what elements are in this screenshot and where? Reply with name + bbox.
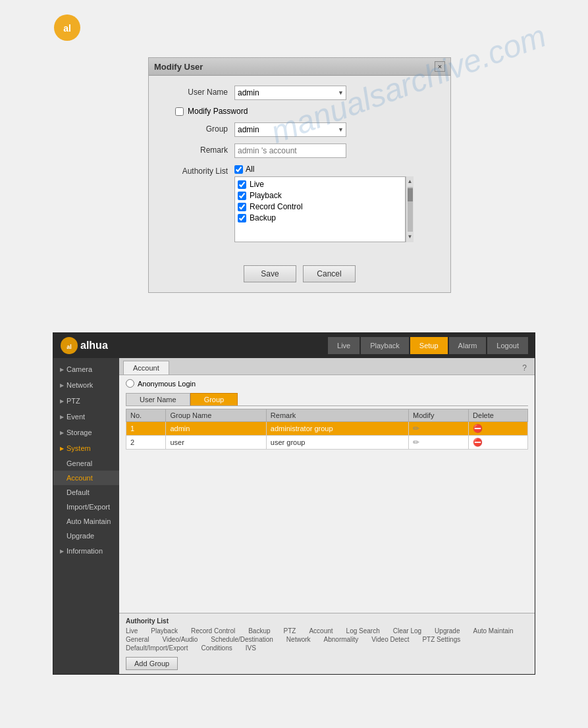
anon-login-label: Anonymous Login — [138, 380, 196, 388]
sidebar-subitem-importexport[interactable]: Import/Export — [53, 500, 119, 514]
delete-icon[interactable]: ⛔ — [473, 438, 483, 447]
sidebar-item-system[interactable]: System — [53, 440, 119, 456]
authority-control: All Live Playback — [234, 165, 437, 242]
auth-video-audio: Video/Audio — [163, 636, 198, 643]
sidebar-item-information[interactable]: Information — [53, 543, 119, 559]
group-select-wrapper[interactable]: admin — [234, 122, 346, 137]
authority-all: All — [234, 165, 437, 174]
authority-playback-checkbox[interactable] — [238, 192, 246, 200]
sidebar-item-event[interactable]: Event — [53, 409, 119, 425]
app-logo-icon: al — [60, 336, 78, 355]
sidebar-item-camera[interactable]: Camera — [53, 361, 119, 377]
app-main: Camera Network PTZ Event Storage System … — [53, 358, 535, 674]
nav-playback-button[interactable]: Playback — [361, 337, 409, 354]
cell-delete[interactable]: ⛔ — [469, 422, 528, 436]
auth-log-search: Log Search — [346, 627, 380, 635]
remark-input[interactable] — [234, 143, 346, 158]
edit-icon[interactable]: ✏ — [413, 438, 419, 447]
bottom-section: al alhua Live Playback Setup Alarm Logou… — [53, 332, 535, 675]
remark-row: Remark — [162, 143, 437, 158]
auth-upgrade: Upgrade — [435, 627, 460, 635]
save-button[interactable]: Save — [244, 265, 296, 282]
group-tab[interactable]: Group — [190, 393, 238, 405]
authority-backup-label: Backup — [250, 213, 276, 222]
anon-login-radio[interactable] — [126, 379, 134, 388]
sidebar-item-storage[interactable]: Storage — [53, 425, 119, 440]
username-select-wrapper[interactable]: admin — [234, 86, 346, 100]
group-label: Group — [162, 122, 234, 134]
cell-modify[interactable]: ✏ — [409, 436, 469, 450]
authority-item-live: Live — [238, 180, 402, 189]
authority-all-label: All — [246, 165, 254, 174]
authority-section-title: Authority List — [126, 617, 528, 625]
authority-backup-checkbox[interactable] — [238, 214, 246, 222]
auth-auto-maintain: Auto Maintain — [473, 627, 513, 635]
nav-logout-button[interactable]: Logout — [487, 337, 528, 354]
authority-live-checkbox[interactable] — [238, 180, 246, 189]
add-group-button[interactable]: Add Group — [126, 657, 178, 670]
group-table: No. Group Name Remark Modify Delete 1 ad… — [126, 409, 528, 450]
app-topbar: al alhua Live Playback Setup Alarm Logou… — [53, 333, 535, 358]
sidebar-subitem-automaintain[interactable]: Auto Maintain — [53, 514, 119, 529]
auth-video-detect: Video Detect — [371, 636, 409, 643]
modify-password-row: Modify Password — [162, 107, 437, 116]
nav-alarm-button[interactable]: Alarm — [449, 337, 487, 354]
dialog-title: Modify User — [154, 62, 203, 72]
username-label: User Name — [162, 86, 234, 97]
edit-icon[interactable]: ✏ — [413, 424, 419, 433]
sidebar-item-ptz[interactable]: PTZ — [53, 393, 119, 409]
nav-setup-button[interactable]: Setup — [410, 337, 448, 354]
group-select[interactable]: admin — [234, 122, 346, 137]
cell-name: user — [166, 436, 266, 450]
table-row: 2 user user group ✏ ⛔ — [126, 436, 528, 450]
modify-password-checkbox[interactable] — [175, 107, 184, 116]
nav-live-button[interactable]: Live — [328, 337, 360, 354]
authority-record-checkbox[interactable] — [238, 203, 246, 211]
auth-account: Account — [309, 627, 333, 635]
app-logo: al alhua — [60, 336, 108, 355]
content-header: Account ? — [119, 358, 535, 375]
top-section: al Modify User × User Name admin — [0, 0, 588, 313]
scroll-up-arrow[interactable]: ▲ — [408, 178, 413, 186]
col-group-name: Group Name — [166, 409, 266, 422]
help-icon[interactable]: ? — [518, 362, 531, 374]
cell-no: 2 — [126, 436, 166, 450]
col-modify: Modify — [409, 409, 469, 422]
content-tabs: Account — [123, 361, 169, 375]
username-select[interactable]: admin — [234, 86, 346, 100]
authority-all-checkbox[interactable] — [234, 165, 243, 174]
cell-delete[interactable]: ⛔ — [469, 436, 528, 450]
cell-modify[interactable]: ✏ — [409, 422, 469, 436]
content-body: Anonymous Login User Name Group No. Grou… — [119, 375, 535, 613]
authority-list-box[interactable]: Live Playback Record Control — [234, 176, 406, 242]
sidebar-subitem-account[interactable]: Account — [53, 471, 119, 485]
col-remark: Remark — [266, 409, 408, 422]
scroll-down-arrow[interactable]: ▼ — [408, 233, 413, 241]
sidebar-subitem-default[interactable]: Default — [53, 485, 119, 500]
authority-section: Authority List Live Playback Record Cont… — [119, 613, 535, 674]
anon-login-row: Anonymous Login — [126, 379, 528, 388]
account-tab[interactable]: Account — [123, 361, 169, 375]
ug-tabs: User Name Group — [126, 393, 528, 406]
sidebar-subitem-upgrade[interactable]: Upgrade — [53, 529, 119, 543]
top-nav: Live Playback Setup Alarm Logout — [328, 337, 528, 354]
user-name-tab[interactable]: User Name — [126, 393, 190, 405]
cancel-button[interactable]: Cancel — [303, 265, 356, 282]
auth-live: Live — [126, 627, 138, 635]
delete-icon[interactable]: ⛔ — [473, 424, 483, 433]
svg-text:al: al — [67, 344, 72, 350]
auth-network: Network — [286, 636, 311, 643]
auth-conditions: Conditions — [201, 644, 232, 652]
close-button[interactable]: × — [435, 61, 445, 72]
authority-list-container: Live Playback Record Control — [234, 176, 437, 242]
username-row: User Name admin — [162, 86, 437, 100]
authority-item-playback: Playback — [238, 191, 402, 200]
list-scrollbar[interactable]: ▲ ▼ — [406, 176, 414, 242]
cell-remark: user group — [266, 436, 408, 450]
sidebar-item-network[interactable]: Network — [53, 377, 119, 393]
sidebar-subitem-general[interactable]: General — [53, 456, 119, 471]
col-no: No. — [126, 409, 166, 422]
auth-ivs: IVS — [246, 644, 256, 652]
auth-schedule: Schedule/Destination — [211, 636, 273, 643]
authority-grid: Live Playback Record Control Backup PTZ … — [126, 627, 528, 652]
